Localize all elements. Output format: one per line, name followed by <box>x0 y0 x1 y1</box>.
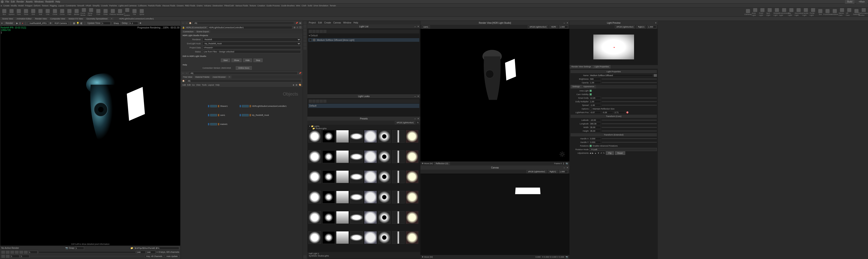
net-grid-icon[interactable]: ⊞ <box>296 84 298 86</box>
presets-tree-lights[interactable]: ▾ 📁 Lights <box>309 125 418 127</box>
dolly-input[interactable] <box>590 97 601 99</box>
rview-colorspace[interactable]: sRGB (rgbMonitor) <box>528 25 548 28</box>
rview-snap-icon[interactable]: 📷 <box>565 162 568 165</box>
preset-thumbnail[interactable] <box>378 211 391 224</box>
shelf-tab[interactable]: HPyth <box>86 4 91 7</box>
preset-thumbnail[interactable] <box>364 191 377 203</box>
preset-thumbnail[interactable] <box>336 231 349 244</box>
adj-up-icon[interactable]: ▲ <box>594 152 596 154</box>
shelf-tool[interactable]: File <box>131 8 138 16</box>
shelf-tool[interactable]: Cameras <box>745 8 751 16</box>
network-node[interactable]: cam1 <box>208 114 225 116</box>
preset-thumbnail[interactable] <box>364 231 377 244</box>
network-editor[interactable]: Objects Shaver1HDRLightStudioConnectionC… <box>181 87 303 259</box>
shelf-tool[interactable]: Spiral <box>138 8 145 16</box>
ll-solo-icon[interactable] <box>309 30 312 33</box>
presets-close-icon[interactable]: × <box>417 118 419 120</box>
preset-thumbnail[interactable] <box>350 191 363 203</box>
render-view[interactable] <box>421 29 569 161</box>
shelf-tab[interactable]: Grains <box>197 4 203 7</box>
canvas-mode[interactable]: Rgb(A) <box>548 170 558 173</box>
width-input[interactable] <box>590 126 601 129</box>
preset-thumbnail[interactable] <box>336 170 349 183</box>
timeline-scrubber[interactable] <box>38 251 135 253</box>
shelf-tab[interactable]: Modify <box>11 4 17 7</box>
canvas-min-icon[interactable]: – <box>563 166 565 169</box>
rview-close-icon[interactable]: × <box>567 22 568 24</box>
snap-frame[interactable] <box>75 247 84 250</box>
pin-icon[interactable]: 📌 <box>296 22 298 24</box>
lat-input[interactable] <box>590 119 601 122</box>
menu-windows[interactable]: Windows <box>34 0 43 3</box>
preset-thumbnail[interactable] <box>308 191 321 203</box>
preset-thumbnail[interactable] <box>336 151 349 163</box>
shelf-tab[interactable]: Collisions <box>138 4 147 7</box>
preset-thumbnail[interactable] <box>336 191 349 203</box>
shelf-tool[interactable]: Spray Paint <box>88 8 94 16</box>
autokey-icon[interactable] <box>6 255 9 258</box>
adj-right-icon[interactable]: ▶ <box>592 152 594 154</box>
hdrls-menu-window[interactable]: Window <box>343 22 351 24</box>
preset-thumbnail[interactable] <box>322 170 335 183</box>
shelf-tool[interactable]: Geometry Light <box>795 8 802 16</box>
hdrls-menu-create[interactable]: Create <box>324 22 331 24</box>
network-node[interactable]: HDRLightStudioConnectionController1 <box>240 105 287 107</box>
help-icon[interactable]: ? <box>297 26 298 29</box>
pane-tab[interactable]: Animation Editor <box>15 18 33 20</box>
timeline-last-icon[interactable] <box>24 251 28 254</box>
parm-path[interactable]: obj <box>193 22 294 25</box>
opacity-input[interactable] <box>590 81 601 84</box>
brightness-slider[interactable] <box>602 78 657 79</box>
pause-icon[interactable]: ‖ <box>20 22 21 24</box>
color-swatch[interactable] <box>654 74 657 77</box>
shelf-tool[interactable]: Null <box>37 8 44 16</box>
preset-thumbnail[interactable] <box>392 130 405 143</box>
shelf-tool[interactable]: Tube <box>16 8 22 16</box>
flip-button[interactable]: Flip <box>606 151 614 155</box>
hdrls-menu-edit[interactable]: Edit <box>318 22 322 24</box>
tab-light-props[interactable]: Light Properties <box>593 65 611 69</box>
shelf-tab[interactable]: Deform <box>34 4 41 7</box>
shelf-tab[interactable]: Guide Process <box>267 4 280 7</box>
rview-camera[interactable]: cam1 <box>422 25 430 28</box>
split-icon[interactable]: ▤ <box>299 22 301 24</box>
shelf-tab[interactable]: Various Fluids <box>235 4 248 7</box>
rview-mode[interactable]: HDRI <box>550 25 558 28</box>
presets-min-icon[interactable]: – <box>414 118 416 120</box>
looks-add-icon[interactable] <box>309 100 312 103</box>
shelf-tab[interactable]: Particles <box>109 4 117 7</box>
shelf-tab[interactable]: Creation <box>257 4 265 7</box>
preset-thumbnail[interactable] <box>364 170 377 183</box>
network-node[interactable]: Shaver1 <box>208 105 228 107</box>
tool-rotate-icon[interactable] <box>303 28 307 32</box>
net-menu-edit[interactable]: Edit <box>187 84 191 86</box>
preset-thumbnail[interactable] <box>392 231 405 244</box>
menu-assets[interactable]: Assets <box>26 0 33 3</box>
height-input[interactable] <box>590 130 601 132</box>
shelf-tool[interactable]: Curve Bezier <box>81 8 87 16</box>
preset-thumbnail[interactable] <box>350 151 363 163</box>
shelf-tab[interactable]: Terrain <box>330 4 336 7</box>
tab-settings[interactable]: Settings <box>570 85 582 89</box>
preset-thumbnail[interactable] <box>364 151 377 163</box>
presets-colorspace[interactable]: sRGB (rgbMonitor) <box>395 121 415 124</box>
sun-gizmo-icon[interactable] <box>559 152 565 157</box>
shelf-tab[interactable]: Simplify <box>92 4 100 7</box>
shelf-tool[interactable]: Bezier <box>73 8 80 16</box>
preset-thumbnail[interactable] <box>406 130 418 143</box>
lpp-z[interactable] <box>614 111 625 114</box>
lat-slider[interactable] <box>602 120 657 121</box>
tool-move-icon[interactable] <box>303 25 307 28</box>
pane-tab[interactable]: Render View <box>34 18 48 20</box>
preset-thumbnail[interactable] <box>392 151 405 163</box>
tool-select-icon[interactable] <box>303 21 307 24</box>
rotations-checkbox[interactable] <box>590 145 592 147</box>
adj-ccw-icon[interactable]: ↺ <box>600 152 602 154</box>
shelf-tool[interactable]: Area Light <box>752 8 758 16</box>
net-menu-tools[interactable]: Tools <box>202 84 207 86</box>
snapshot-icon[interactable]: 📷 <box>65 247 68 249</box>
desktop-tab-main[interactable]: + Main <box>856 0 867 4</box>
shelf-tool[interactable]: Platonic <box>110 8 116 16</box>
shelf-tool[interactable]: Caustic Light <box>802 8 809 16</box>
light-solo-checkbox[interactable] <box>309 39 311 41</box>
